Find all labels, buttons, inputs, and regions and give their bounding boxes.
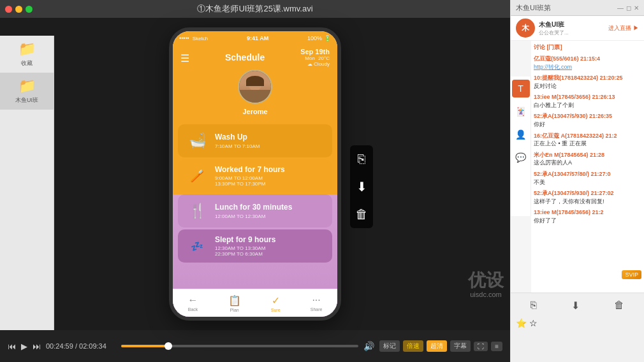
close-btn[interactable] xyxy=(5,6,12,13)
date-text: Sep 19th xyxy=(300,48,330,55)
work-content: Worked for 7 hours 9:00AM TO 12:00AM13:3… xyxy=(215,165,325,187)
mac-sidebar-item-2[interactable]: 📁 木鱼UI班 xyxy=(0,73,54,110)
avatar xyxy=(238,69,272,104)
sidebar-restore[interactable]: ◻ xyxy=(626,4,631,11)
work-title: Worked for 7 hours xyxy=(215,165,325,174)
chat-user-8: 52:承A(13047/5/930/) 21:27:02 xyxy=(534,190,614,196)
floating-actions: ⎘ ⬇ 🗑 xyxy=(350,145,373,228)
profile-name: Jerome xyxy=(242,108,267,115)
download-icon-btn: ⬇ xyxy=(571,300,580,312)
prev-btn[interactable]: ⏮ xyxy=(8,342,16,351)
maximize-btn[interactable] xyxy=(26,6,33,13)
chat-text-6: 这么厉害的人A xyxy=(534,159,572,166)
emoji-bar: ⭐ ☆ xyxy=(513,315,641,331)
date-display: Sep 19th Mon 20°C ☁ Cloudy xyxy=(300,48,330,67)
battery-icon: 🔋 xyxy=(324,35,331,41)
sidebar-minimize[interactable]: — xyxy=(617,4,624,11)
delete-icon-btn: 🗑 xyxy=(614,300,624,311)
progress-thumb xyxy=(165,342,172,350)
svip-badge[interactable]: SVIP xyxy=(622,270,641,279)
action-share-btn[interactable]: ⎘ xyxy=(531,300,537,312)
status-dots: ••••• Sketch xyxy=(179,35,208,41)
user-profile-row: 木 木鱼UI班 公公在哭了... 进入直播 ▶ xyxy=(511,16,644,41)
mac-sidebar-item-1[interactable]: 📁 收藏 xyxy=(0,36,54,73)
lunch-content: Lunch for 30 minutes 12:00AM TO 12:30AM xyxy=(215,203,325,219)
share-icon: ··· xyxy=(312,294,320,306)
folder-icon-2: 📁 xyxy=(18,78,36,94)
volume-icon[interactable]: 🔊 xyxy=(363,341,374,351)
hamburger-icon[interactable]: ☰ xyxy=(180,52,189,64)
nav-share[interactable]: ··· Share xyxy=(311,294,323,312)
tag-mark[interactable]: 标记 xyxy=(379,340,400,352)
chat-msg-8: 52:承A(13047/5/930/) 21:27:02 这样子了，天你有没有回… xyxy=(534,189,641,205)
progress-bar[interactable] xyxy=(121,345,358,347)
sure-icon: ✓ xyxy=(272,294,280,307)
sidebar-title: 木鱼UI班第 xyxy=(516,3,551,13)
svip-container: SVIP xyxy=(513,331,641,336)
chat-text-2: 反对讨论 xyxy=(534,83,557,89)
download-float-icon[interactable]: ⬇ xyxy=(355,179,368,194)
action-delete-btn[interactable]: 🗑 xyxy=(614,300,624,312)
chat-text-5: 正在上公 • 重 正在展 xyxy=(534,140,587,147)
card-lunch[interactable]: 🍴 Lunch for 30 minutes 12:00AM TO 12:30A… xyxy=(178,194,332,228)
uisdc-watermark: 优设 uisdc.com xyxy=(468,271,504,298)
phone-bottom-nav: ← Back 📋 Plan ✓ Sure ··· Share xyxy=(173,289,337,317)
plan-icon: 📋 xyxy=(228,294,241,307)
signal-dots: ••••• xyxy=(179,35,189,41)
nav-back[interactable]: ← Back xyxy=(188,294,198,312)
status-time: 9:41 AM xyxy=(247,35,268,41)
play-btn[interactable]: ▶ xyxy=(21,342,27,351)
tag-speed[interactable]: 倍速 xyxy=(403,340,423,352)
nav-sure-label: Sure xyxy=(271,308,281,312)
chat-msg-3: 13:iee M(17845/3656) 21:26:13 白小雅上了个刺 xyxy=(534,93,641,109)
sidebar-icon-discuss[interactable]: T xyxy=(512,80,530,98)
schedule-title: Schedule xyxy=(225,52,265,62)
card-slept[interactable]: 💤 Slept for 9 hours 12:30AM TO 13:30AM22… xyxy=(178,229,332,263)
chat-text-4: 你好 xyxy=(534,121,545,127)
main-area: ①木鱼老师UI班第25课.wmv.avi 📁 收藏 📁 木鱼UI班 ••••• … xyxy=(0,0,510,362)
minimize-btn[interactable] xyxy=(15,6,22,13)
chat-user-6: 米小En M(17845654) 21:28 xyxy=(534,152,604,158)
status-battery: 100% 🔋 xyxy=(307,35,331,41)
sidebar-icon-user[interactable]: 👤 xyxy=(512,126,530,143)
sidebar-icon-chat[interactable]: 💬 xyxy=(512,148,530,166)
chat-messages[interactable]: 讨论 [门票] 亿豆蔻(555/6016) 21:15:4 http://转化.… xyxy=(531,41,644,293)
user-action[interactable]: 进入直播 ▶ xyxy=(608,24,639,33)
emoji-star2[interactable]: ☆ xyxy=(529,318,538,328)
action-download-btn[interactable]: ⬇ xyxy=(571,300,580,312)
username: 木鱼UI班 xyxy=(539,20,604,29)
nav-share-label: Share xyxy=(311,307,323,312)
nav-plan[interactable]: 📋 Plan xyxy=(228,294,241,312)
chat-msg-0: 讨论 [门票] xyxy=(534,43,641,52)
sidebar-icon-card[interactable]: 🃏 xyxy=(512,103,530,120)
phone-status-bar: ••••• Sketch 9:41 AM 100% 🔋 xyxy=(173,31,337,45)
sidebar-close[interactable]: ✕ xyxy=(634,4,639,11)
work-icon: 🪥 xyxy=(186,164,209,187)
sidebar-icon-list: T 🃏 👤 💬 xyxy=(511,76,531,216)
nav-sure[interactable]: ✓ Sure xyxy=(271,294,281,312)
share-icon-btn: ⎘ xyxy=(531,300,537,311)
card-wash-up[interactable]: 🛁 Wash Up 7:10AM TO 7:10AM xyxy=(178,124,332,157)
chat-user-1: 亿豆蔻(555/6016) 21:15:4 xyxy=(534,55,600,62)
chat-msg-7: 52:承A(13047/57/80/) 21:27:0 不美 xyxy=(534,170,641,186)
schedule-cards: 🛁 Wash Up 7:10AM TO 7:10AM 🪥 Worked for … xyxy=(173,122,337,264)
next-btn[interactable]: ⏭ xyxy=(33,342,41,351)
share-float-icon[interactable]: ⎘ xyxy=(355,152,368,166)
card-worked[interactable]: 🪥 Worked for 7 hours 9:00AM TO 12:00AM13… xyxy=(178,159,332,192)
tag-fullscreen[interactable]: ⛶ xyxy=(474,342,488,351)
user-status: 公公在哭了... xyxy=(539,29,604,36)
tag-menu[interactable]: ≡ xyxy=(491,342,502,351)
delete-float-icon[interactable]: 🗑 xyxy=(355,207,368,222)
control-tags: 标记 倍速 超清 字幕 ⛶ ≡ xyxy=(379,340,502,352)
temp-text: 20°C xyxy=(318,55,330,61)
wash-icon: 🛁 xyxy=(186,129,209,152)
tag-quality[interactable]: 超清 xyxy=(427,340,447,352)
chat-text-8: 这样子了，天你有没有回复! xyxy=(534,198,604,205)
time-display: 00:24:59 / 02:09:34 xyxy=(46,342,116,350)
chat-text-3: 白小雅上了个刺 xyxy=(534,102,574,108)
chat-user-2: 10:提醒我(17818423224) 21:20:25 xyxy=(534,75,623,81)
emoji-star[interactable]: ⭐ xyxy=(516,318,527,328)
tag-subtitle[interactable]: 字幕 xyxy=(450,340,471,352)
chat-link-1[interactable]: http://转化.com xyxy=(534,64,572,70)
mac-sidebar: 📁 收藏 📁 木鱼UI班 xyxy=(0,36,54,330)
